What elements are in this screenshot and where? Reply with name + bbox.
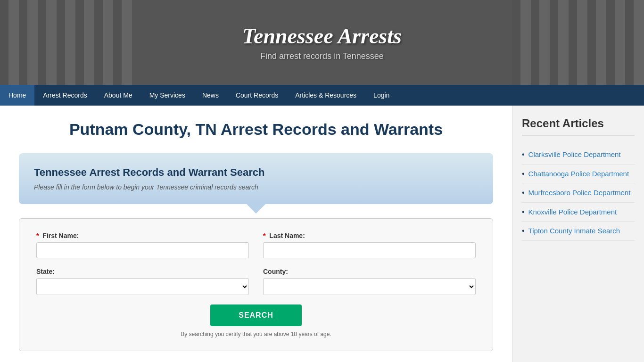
- main-layout: Putnam County, TN Arrest Records and War…: [0, 106, 644, 362]
- nav-arrest-records[interactable]: Arrest Records: [34, 85, 95, 106]
- nav-home[interactable]: Home: [0, 85, 34, 106]
- article-link-tipton[interactable]: Tipton County Inmate Search: [528, 226, 620, 236]
- bars-left-decoration: [0, 0, 132, 85]
- state-group: State:: [36, 268, 249, 295]
- first-name-required: *: [36, 232, 39, 239]
- list-item: Knoxville Police Department: [522, 203, 635, 222]
- bars-right-decoration: [512, 0, 644, 85]
- last-name-input[interactable]: [263, 242, 476, 258]
- list-item: Murfreesboro Police Department: [522, 183, 635, 203]
- article-link-clarksville[interactable]: Clarksville Police Department: [528, 150, 621, 159]
- search-button-row: SEARCH: [36, 304, 476, 326]
- form-disclaimer: By searching you certify that you are ab…: [36, 331, 476, 337]
- last-name-label: * Last Name:: [263, 232, 476, 239]
- sidebar-title: Recent Articles: [522, 117, 635, 136]
- content-area: Putnam County, TN Arrest Records and War…: [0, 106, 512, 362]
- article-link-knoxville[interactable]: Knoxville Police Department: [528, 207, 617, 217]
- search-box-title: Tennessee Arrest Records and Warrant Sea…: [34, 166, 478, 179]
- recent-articles-list: Clarksville Police Department Chattanoog…: [522, 145, 635, 241]
- nav-court-records[interactable]: Court Records: [227, 85, 287, 106]
- county-group: County:: [263, 268, 476, 295]
- state-select[interactable]: [36, 278, 249, 295]
- state-label: State:: [36, 268, 249, 275]
- site-title: Tennessee Arrests: [242, 24, 402, 49]
- last-name-required: *: [263, 232, 265, 239]
- site-subtitle: Find arrest records in Tennessee: [242, 51, 402, 61]
- location-row: State: County:: [36, 268, 476, 295]
- nav-news[interactable]: News: [194, 85, 227, 106]
- county-select[interactable]: [263, 278, 476, 295]
- list-item: Clarksville Police Department: [522, 145, 635, 165]
- search-box-arrow: [247, 204, 265, 214]
- search-box-subtitle: Please fill in the form below to begin y…: [34, 183, 478, 191]
- sidebar: Recent Articles Clarksville Police Depar…: [512, 106, 644, 362]
- page-title: Putnam County, TN Arrest Records and War…: [19, 120, 493, 139]
- search-form: * First Name: * Last Name: State:: [19, 218, 493, 351]
- first-name-group: * First Name:: [36, 232, 249, 258]
- search-button[interactable]: SEARCH: [210, 304, 302, 326]
- main-nav: Home Arrest Records About Me My Services…: [0, 85, 644, 106]
- header-center: Tennessee Arrests Find arrest records in…: [242, 24, 402, 61]
- nav-my-services[interactable]: My Services: [141, 85, 194, 106]
- nav-about-me[interactable]: About Me: [96, 85, 141, 106]
- first-name-label: * First Name:: [36, 232, 249, 239]
- list-item: Tipton County Inmate Search: [522, 222, 635, 241]
- last-name-group: * Last Name:: [263, 232, 476, 258]
- county-label: County:: [263, 268, 476, 275]
- nav-articles-resources[interactable]: Articles & Resources: [287, 85, 365, 106]
- article-link-chattanooga[interactable]: Chattanooga Police Department: [528, 169, 629, 179]
- name-row: * First Name: * Last Name:: [36, 232, 476, 258]
- list-item: Chattanooga Police Department: [522, 165, 635, 184]
- search-info-box: Tennessee Arrest Records and Warrant Sea…: [19, 153, 493, 204]
- article-link-murfreesboro[interactable]: Murfreesboro Police Department: [528, 188, 631, 197]
- first-name-input[interactable]: [36, 242, 249, 258]
- site-header: Tennessee Arrests Find arrest records in…: [0, 0, 644, 85]
- nav-login[interactable]: Login: [365, 85, 398, 106]
